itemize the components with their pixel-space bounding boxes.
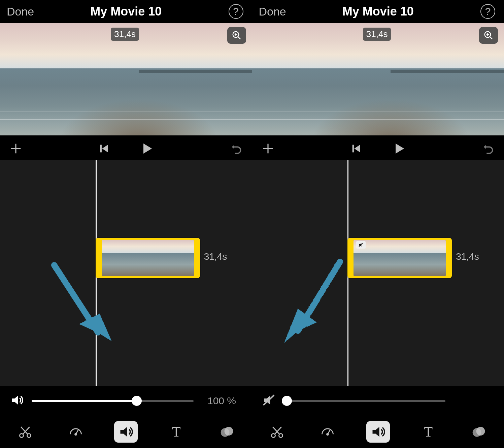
skip-start-button[interactable] — [350, 143, 362, 154]
help-icon: ? — [233, 6, 239, 17]
timeline[interactable]: 31,4s — [0, 160, 252, 386]
svg-rect-27 — [352, 145, 354, 153]
zoom-button[interactable] — [479, 27, 498, 44]
clip-duration-badge: 31,4s — [111, 28, 139, 41]
transport-center — [350, 142, 406, 155]
titles-tool[interactable]: T — [165, 421, 188, 443]
skip-start-button[interactable] — [98, 143, 110, 154]
text-tool-icon: T — [424, 424, 433, 440]
svg-line-9 — [54, 265, 98, 332]
svg-marker-11 — [12, 396, 18, 405]
volume-bar — [252, 386, 504, 416]
svg-marker-7 — [102, 145, 108, 153]
svg-point-44 — [476, 427, 485, 436]
volume-slider[interactable] — [284, 394, 446, 408]
titles-tool[interactable]: T — [416, 421, 440, 443]
speed-tool[interactable] — [64, 421, 88, 443]
clip-muted-icon — [356, 241, 366, 249]
add-media-button[interactable] — [9, 142, 22, 155]
preview-sea — [252, 68, 504, 137]
speaker-icon[interactable] — [10, 393, 24, 408]
magnify-plus-icon — [232, 30, 242, 40]
filters-tool[interactable] — [215, 421, 239, 443]
text-tool-icon: T — [172, 424, 181, 440]
annotation-arrow — [266, 258, 360, 359]
preview-pier — [139, 70, 252, 73]
volume-bar: 100 % — [0, 386, 252, 416]
filters-tool[interactable] — [467, 421, 491, 443]
svg-point-20 — [224, 427, 233, 436]
svg-marker-10 — [79, 314, 111, 341]
slider-thumb[interactable] — [282, 396, 292, 406]
edit-toolbar: T — [0, 416, 252, 448]
volume-slider[interactable] — [32, 394, 194, 408]
video-preview[interactable]: 31,4s — [0, 23, 252, 137]
svg-marker-8 — [143, 143, 152, 154]
video-preview[interactable]: 31,4s — [252, 23, 504, 137]
help-button[interactable]: ? — [229, 4, 243, 19]
transport-bar — [0, 137, 252, 160]
help-icon: ? — [485, 6, 491, 17]
svg-marker-33 — [284, 309, 316, 342]
preview-pier — [391, 70, 504, 73]
svg-marker-28 — [354, 145, 360, 153]
project-title: My Movie 10 — [342, 4, 414, 19]
play-button[interactable] — [140, 142, 154, 155]
play-button[interactable] — [392, 142, 406, 155]
done-button[interactable]: Done — [7, 5, 34, 18]
svg-line-1 — [238, 37, 240, 39]
speed-tool[interactable] — [316, 421, 339, 443]
transport-bar — [252, 137, 504, 160]
playhead-notch — [95, 136, 107, 143]
cut-tool[interactable] — [13, 421, 37, 443]
topbar: Done My Movie 10 ? — [0, 0, 252, 23]
svg-marker-18 — [121, 427, 127, 437]
svg-point-17 — [75, 434, 76, 435]
slider-track — [284, 400, 446, 402]
speaker-muted-icon[interactable] — [262, 393, 276, 408]
playhead-notch — [346, 136, 359, 143]
clip-thumbnail — [102, 240, 194, 276]
zoom-button[interactable] — [227, 27, 246, 44]
edit-toolbar: T — [252, 416, 504, 448]
pane-left: Done My Movie 10 ? 31,4s — [0, 0, 252, 448]
pane-right: Done My Movie 10 ? 31,4s — [252, 0, 504, 448]
svg-marker-29 — [396, 143, 404, 154]
svg-marker-42 — [372, 427, 379, 437]
svg-line-32 — [298, 261, 340, 330]
clip-thumbnail — [354, 240, 446, 276]
volume-tool[interactable] — [114, 421, 138, 443]
magnify-plus-icon — [483, 30, 494, 40]
volume-percent-label: 100 % — [202, 395, 242, 407]
svg-point-41 — [327, 434, 329, 435]
add-media-button[interactable] — [262, 142, 274, 155]
timeline[interactable]: 31,4s — [252, 160, 504, 386]
clip-duration-label: 31,4s — [204, 251, 227, 262]
done-button[interactable]: Done — [259, 5, 286, 18]
help-button[interactable]: ? — [480, 4, 495, 19]
cut-tool[interactable] — [265, 421, 289, 443]
undo-button[interactable] — [482, 142, 495, 155]
svg-line-22 — [490, 37, 493, 39]
slider-thumb[interactable] — [132, 396, 142, 406]
volume-tool[interactable] — [366, 421, 390, 443]
svg-rect-6 — [100, 145, 102, 153]
timeline-clip[interactable] — [96, 238, 200, 278]
transport-center — [98, 142, 154, 155]
clip-duration-badge: 31,4s — [363, 28, 391, 41]
undo-button[interactable] — [230, 142, 243, 155]
topbar: Done My Movie 10 ? — [252, 0, 504, 23]
app-root: Done My Movie 10 ? 31,4s — [0, 0, 504, 448]
preview-sea — [0, 68, 252, 137]
timeline-clip[interactable] — [347, 238, 452, 278]
project-title: My Movie 10 — [90, 4, 162, 19]
slider-fill — [32, 400, 137, 402]
clip-duration-label: 31,4s — [456, 251, 479, 262]
